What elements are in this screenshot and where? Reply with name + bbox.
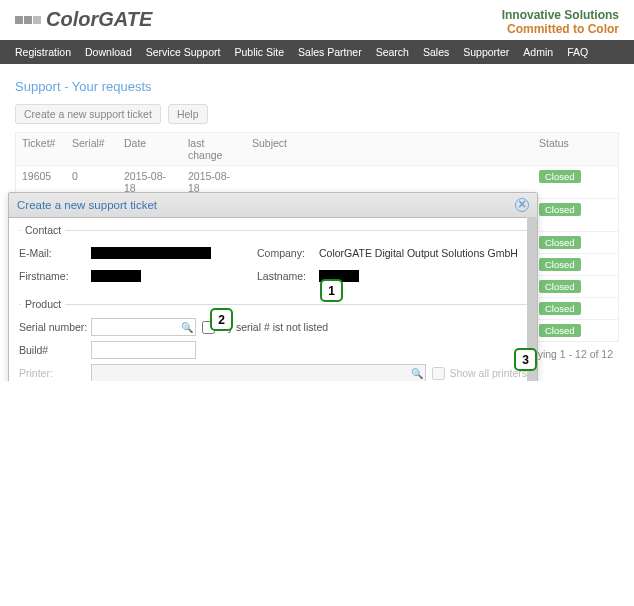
status-badge: Closed — [539, 280, 581, 293]
close-icon[interactable]: × — [515, 198, 529, 212]
build-label: Build# — [19, 344, 91, 356]
show-all-printers: Show all printers — [432, 367, 527, 380]
callout-3: 3 — [514, 348, 537, 371]
nav-faq[interactable]: FAQ — [567, 46, 588, 58]
build-input[interactable] — [91, 341, 196, 359]
logo-icon — [15, 14, 42, 26]
status-badge: Closed — [539, 170, 581, 183]
new-ticket-dialog: Create a new support ticket × Contact E-… — [8, 192, 538, 381]
nav-download[interactable]: Download — [85, 46, 132, 58]
nav-sales[interactable]: Sales — [423, 46, 449, 58]
nav-public-site[interactable]: Public Site — [234, 46, 284, 58]
tagline-line1: Innovative Solutions — [502, 8, 619, 22]
status-badge: Closed — [539, 324, 581, 337]
logo: ColorGATE — [15, 8, 152, 31]
status-badge: Closed — [539, 302, 581, 315]
company-value: ColorGATE Digital Output Solutions GmbH — [319, 247, 518, 259]
nav-search[interactable]: Search — [376, 46, 409, 58]
status-badge: Closed — [539, 236, 581, 249]
status-badge: Closed — [539, 203, 581, 216]
nav-supporter[interactable]: Supporter — [463, 46, 509, 58]
nav-service-support[interactable]: Service Support — [146, 46, 221, 58]
contact-legend: Contact — [21, 224, 65, 236]
firstname-value — [91, 270, 141, 282]
col-status[interactable]: Status — [533, 133, 618, 165]
help-button[interactable]: Help — [168, 104, 208, 124]
firstname-label: Firstname: — [19, 270, 91, 282]
serial-label: Serial number: — [19, 321, 91, 333]
tagline-line2: Committed to Color — [502, 22, 619, 36]
printer-label: Printer: — [19, 367, 91, 379]
nav-admin[interactable]: Admin — [523, 46, 553, 58]
printer-input — [91, 364, 426, 381]
dialog-title: Create a new support ticket — [17, 199, 157, 211]
company-label: Company: — [257, 247, 319, 259]
col-subject[interactable]: Subject — [246, 133, 533, 165]
col-date[interactable]: Date — [118, 133, 182, 165]
new-ticket-button[interactable]: Create a new support ticket — [15, 104, 161, 124]
logo-text: ColorGATE — [46, 8, 152, 31]
callout-2: 2 — [210, 308, 233, 331]
col-change[interactable]: last change — [182, 133, 246, 165]
col-serial[interactable]: Serial# — [66, 133, 118, 165]
col-ticket[interactable]: Ticket# — [16, 133, 66, 165]
nav-registration[interactable]: Registration — [15, 46, 71, 58]
page-title: Support - Your requests — [15, 79, 619, 94]
lastname-label: Lastname: — [257, 270, 319, 282]
navbar: Registration Download Service Support Pu… — [0, 40, 634, 64]
show-all-checkbox — [432, 367, 445, 380]
email-label: E-Mail: — [19, 247, 91, 259]
product-legend: Product — [21, 298, 65, 310]
tagline: Innovative Solutions Committed to Color — [502, 8, 619, 36]
callout-1: 1 — [320, 279, 343, 302]
email-value — [91, 247, 211, 259]
nav-sales-partner[interactable]: Sales Partner — [298, 46, 362, 58]
serial-input[interactable] — [91, 318, 196, 336]
status-badge: Closed — [539, 258, 581, 271]
